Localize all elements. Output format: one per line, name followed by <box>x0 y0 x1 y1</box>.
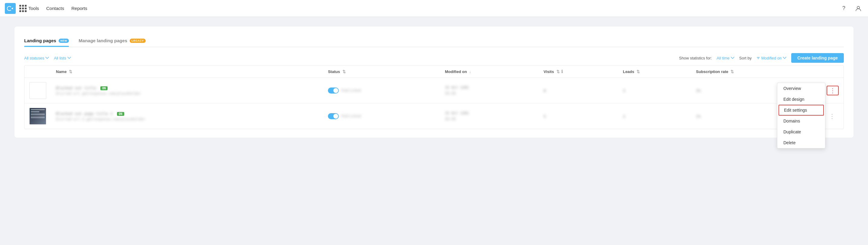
modified-sort-icon: ↓ <box>469 69 471 74</box>
th-actions <box>822 66 843 78</box>
td-status-2: Published <box>323 104 440 129</box>
name-cell-2: Blacked out page title 2 ON blurred-url-… <box>56 111 318 121</box>
th-name[interactable]: Name ⇅ <box>51 66 323 78</box>
td-thumb-2 <box>25 104 51 129</box>
status-toggle-1[interactable] <box>328 88 339 94</box>
td-name-1: Blacked out title ON blurred-url.getresp… <box>51 78 323 104</box>
page-wrapper: Landing pages NEW Manage landing pages L… <box>14 27 854 138</box>
subrate-value-2: 1% <box>696 114 701 118</box>
status-filter-button[interactable]: All statuses <box>24 56 49 60</box>
status-toggle-2[interactable] <box>328 113 339 119</box>
visits-sort-icon: ⇅ <box>556 69 560 74</box>
leads-value-1: 3 <box>623 89 625 93</box>
th-sub-rate[interactable]: Subscription rate ⇅ <box>691 66 822 78</box>
th-status[interactable]: Status ⇅ <box>323 66 440 78</box>
td-thumb-1 <box>25 78 51 104</box>
menu-domains[interactable]: Domains <box>777 115 825 127</box>
visits-info-icon: ℹ <box>561 69 563 74</box>
th-leads[interactable]: Leads ⇅ <box>618 66 691 78</box>
page-tag-2: ON <box>117 112 124 116</box>
filter-right: Show statistics for: All time Sort by Mo… <box>679 53 844 63</box>
page-tag-1: ON <box>100 86 107 90</box>
leads-value-2: 2 <box>623 114 625 118</box>
show-stats-label: Show statistics for: <box>679 56 712 60</box>
tab-manage-label: Manage landing pages <box>79 38 127 43</box>
leads-sort-icon: ⇅ <box>637 69 640 74</box>
name-cell-1: Blacked out title ON blurred-url.getresp… <box>56 86 318 96</box>
status-cell-1: Published <box>328 88 435 94</box>
modified-date-1: 15 Oct 120111:11 <box>445 85 469 96</box>
create-landing-page-button[interactable]: Create landing page <box>791 53 844 63</box>
sort-by-button[interactable]: Modified on <box>756 56 786 60</box>
name-info-2: Blacked out page title 2 ON blurred-url-… <box>56 111 145 121</box>
td-actions-1: ⋮ Overview Edit design Edit settings Dom… <box>822 78 843 104</box>
td-visits-1: 8 <box>538 78 618 104</box>
td-leads-2: 2 <box>618 104 691 129</box>
svg-point-0 <box>857 6 860 9</box>
th-thumb <box>25 66 51 78</box>
lists-filter-button[interactable]: All lists <box>54 56 71 60</box>
td-visits-2: 5 <box>538 104 618 129</box>
menu-edit-settings[interactable]: Edit settings <box>779 105 824 115</box>
main-nav: Contacts Reports <box>46 6 87 11</box>
td-status-1: Published <box>323 78 440 104</box>
status-sort-icon: ⇅ <box>342 69 346 74</box>
page-thumbnail-2 <box>29 108 46 125</box>
subrate-sort-icon: ⇅ <box>731 69 734 74</box>
menu-delete[interactable]: Delete <box>777 137 825 148</box>
logo <box>5 3 16 14</box>
nav-reports[interactable]: Reports <box>71 6 87 11</box>
td-modified-1: 15 Oct 120111:11 <box>440 78 539 104</box>
user-button[interactable] <box>854 4 863 13</box>
menu-edit-design[interactable]: Edit design <box>777 94 825 105</box>
table-header-row: Name ⇅ Status ⇅ Modified on ↓ Visits <box>25 66 843 78</box>
tab-legacy-badge: LEGACY <box>130 39 146 43</box>
visits-value-1: 8 <box>544 89 546 93</box>
th-modified[interactable]: Modified on ↓ <box>440 66 539 78</box>
main-content: Landing pages NEW Manage landing pages L… <box>0 17 868 147</box>
name-info-1: Blacked out title ON blurred-url.getresp… <box>56 86 141 96</box>
tab-new-badge: NEW <box>59 39 69 43</box>
table-row: Blacked out title ON blurred-url.getresp… <box>25 78 843 104</box>
table-row: Blacked out page title 2 ON blurred-url-… <box>25 104 843 129</box>
row-more-button-2[interactable]: ⋮ <box>827 112 837 120</box>
subrate-value-1: 3% <box>696 89 701 93</box>
topnav-right: ? <box>839 4 863 13</box>
page-thumbnail-1 <box>29 82 46 99</box>
tabs-row: Landing pages NEW Manage landing pages L… <box>24 35 844 47</box>
tab-manage-landing-pages[interactable]: Manage landing pages LEGACY <box>79 35 145 47</box>
nav-contacts[interactable]: Contacts <box>46 6 64 11</box>
row-more-button-1[interactable]: ⋮ <box>827 86 839 95</box>
td-name-2: Blacked out page title 2 ON blurred-url-… <box>51 104 323 129</box>
name-sort-icon: ⇅ <box>69 69 72 74</box>
help-button[interactable]: ? <box>839 4 849 13</box>
top-navigation: Tools Contacts Reports ? <box>0 0 868 17</box>
stats-time-button[interactable]: All time <box>717 56 735 60</box>
apps-grid-icon[interactable] <box>19 5 27 12</box>
status-text-2: Published <box>341 114 361 118</box>
status-text-1: Published <box>341 89 361 93</box>
modified-date-2: 15 Oct 120111:11 <box>445 110 469 122</box>
page-name-2[interactable]: Blacked out page title 2 ON <box>56 111 145 116</box>
td-leads-1: 3 <box>618 78 691 104</box>
page-name-1[interactable]: Blacked out title ON <box>56 86 141 90</box>
filter-row: All statuses All lists Show statistics f… <box>24 47 844 65</box>
table: Name ⇅ Status ⇅ Modified on ↓ Visits <box>25 66 843 129</box>
menu-duplicate[interactable]: Duplicate <box>777 127 825 137</box>
page-url-2[interactable]: blurred-url-2.getresponse.com/placeholde… <box>56 117 145 121</box>
status-cell-2: Published <box>328 113 435 119</box>
tab-landing-pages-label: Landing pages <box>24 38 56 43</box>
menu-overview[interactable]: Overview <box>777 83 825 94</box>
page-url-1[interactable]: blurred-url.getresponse.com/placeholder <box>56 92 141 96</box>
tools-label[interactable]: Tools <box>28 6 39 11</box>
sort-by-label: Sort by <box>739 56 752 60</box>
visits-value-2: 5 <box>544 114 546 118</box>
tab-landing-pages[interactable]: Landing pages NEW <box>24 35 69 47</box>
th-visits[interactable]: Visits ⇅ ℹ <box>538 66 618 78</box>
landing-pages-table: Name ⇅ Status ⇅ Modified on ↓ Visits <box>24 65 844 129</box>
context-menu: Overview Edit design Edit settings Domai… <box>777 83 826 148</box>
td-modified-2: 15 Oct 120111:11 <box>440 104 539 129</box>
